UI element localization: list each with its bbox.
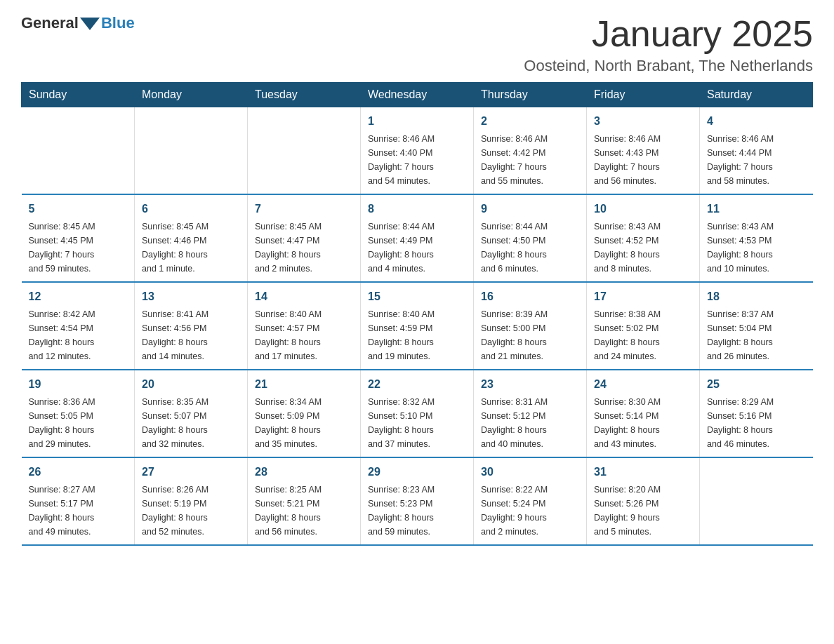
day-number: 11 xyxy=(707,201,806,217)
logo-text: General Blue xyxy=(21,14,135,32)
day-number: 6 xyxy=(142,201,240,217)
calendar-cell: 7Sunrise: 8:45 AM Sunset: 4:47 PM Daylig… xyxy=(248,194,361,282)
day-info: Sunrise: 8:32 AM Sunset: 5:10 PM Dayligh… xyxy=(368,395,466,451)
calendar-cell: 22Sunrise: 8:32 AM Sunset: 5:10 PM Dayli… xyxy=(361,370,474,457)
day-info: Sunrise: 8:46 AM Sunset: 4:42 PM Dayligh… xyxy=(481,132,579,188)
month-title: January 2025 xyxy=(524,14,813,54)
svg-marker-0 xyxy=(80,18,100,30)
day-info: Sunrise: 8:36 AM Sunset: 5:05 PM Dayligh… xyxy=(29,395,128,451)
calendar-cell xyxy=(700,457,813,545)
calendar-cell: 9Sunrise: 8:44 AM Sunset: 4:50 PM Daylig… xyxy=(474,194,587,282)
calendar-cell: 4Sunrise: 8:46 AM Sunset: 4:44 PM Daylig… xyxy=(700,107,813,195)
day-info: Sunrise: 8:20 AM Sunset: 5:26 PM Dayligh… xyxy=(594,483,692,539)
day-info: Sunrise: 8:45 AM Sunset: 4:46 PM Dayligh… xyxy=(142,220,240,276)
calendar-cell: 21Sunrise: 8:34 AM Sunset: 5:09 PM Dayli… xyxy=(248,370,361,457)
day-info: Sunrise: 8:44 AM Sunset: 4:50 PM Dayligh… xyxy=(481,220,579,276)
calendar-week-1: 1Sunrise: 8:46 AM Sunset: 4:40 PM Daylig… xyxy=(22,107,813,195)
calendar-cell: 26Sunrise: 8:27 AM Sunset: 5:17 PM Dayli… xyxy=(22,457,135,545)
day-number: 21 xyxy=(255,376,353,393)
day-info: Sunrise: 8:43 AM Sunset: 4:52 PM Dayligh… xyxy=(594,220,692,276)
day-info: Sunrise: 8:29 AM Sunset: 5:16 PM Dayligh… xyxy=(707,395,806,451)
logo-general: General xyxy=(21,14,79,32)
col-thursday: Thursday xyxy=(474,83,587,107)
calendar-cell: 27Sunrise: 8:26 AM Sunset: 5:19 PM Dayli… xyxy=(135,457,248,545)
day-info: Sunrise: 8:40 AM Sunset: 4:59 PM Dayligh… xyxy=(368,307,466,363)
day-info: Sunrise: 8:46 AM Sunset: 4:44 PM Dayligh… xyxy=(707,132,806,188)
day-info: Sunrise: 8:45 AM Sunset: 4:47 PM Dayligh… xyxy=(255,220,353,276)
logo: General Blue xyxy=(21,14,135,32)
location-subtitle: Oosteind, North Brabant, The Netherlands xyxy=(524,57,813,75)
day-number: 27 xyxy=(142,464,240,481)
calendar-cell xyxy=(248,107,361,195)
calendar-cell: 30Sunrise: 8:22 AM Sunset: 5:24 PM Dayli… xyxy=(474,457,587,545)
day-number: 18 xyxy=(707,288,806,305)
calendar-cell: 3Sunrise: 8:46 AM Sunset: 4:43 PM Daylig… xyxy=(587,107,700,195)
col-tuesday: Tuesday xyxy=(248,83,361,107)
day-number: 16 xyxy=(481,288,579,305)
calendar-table: Sunday Monday Tuesday Wednesday Thursday… xyxy=(21,82,813,546)
day-number: 1 xyxy=(368,113,466,130)
day-number: 28 xyxy=(255,464,353,481)
day-number: 30 xyxy=(481,464,579,481)
logo-blue: Blue xyxy=(101,14,135,32)
calendar-cell: 16Sunrise: 8:39 AM Sunset: 5:00 PM Dayli… xyxy=(474,282,587,370)
col-sunday: Sunday xyxy=(22,83,135,107)
day-number: 29 xyxy=(368,464,466,481)
calendar-week-4: 19Sunrise: 8:36 AM Sunset: 5:05 PM Dayli… xyxy=(22,370,813,457)
calendar-cell: 6Sunrise: 8:45 AM Sunset: 4:46 PM Daylig… xyxy=(135,194,248,282)
day-info: Sunrise: 8:25 AM Sunset: 5:21 PM Dayligh… xyxy=(255,483,353,539)
day-info: Sunrise: 8:41 AM Sunset: 4:56 PM Dayligh… xyxy=(142,307,240,363)
day-number: 7 xyxy=(255,201,353,217)
day-number: 26 xyxy=(29,464,128,481)
day-info: Sunrise: 8:46 AM Sunset: 4:43 PM Dayligh… xyxy=(594,132,692,188)
day-number: 13 xyxy=(142,288,240,305)
calendar-cell: 20Sunrise: 8:35 AM Sunset: 5:07 PM Dayli… xyxy=(135,370,248,457)
calendar-cell: 25Sunrise: 8:29 AM Sunset: 5:16 PM Dayli… xyxy=(700,370,813,457)
calendar-cell: 13Sunrise: 8:41 AM Sunset: 4:56 PM Dayli… xyxy=(135,282,248,370)
day-number: 12 xyxy=(29,288,128,305)
calendar-cell: 29Sunrise: 8:23 AM Sunset: 5:23 PM Dayli… xyxy=(361,457,474,545)
calendar-cell: 18Sunrise: 8:37 AM Sunset: 5:04 PM Dayli… xyxy=(700,282,813,370)
day-number: 9 xyxy=(481,201,579,217)
calendar-cell: 28Sunrise: 8:25 AM Sunset: 5:21 PM Dayli… xyxy=(248,457,361,545)
calendar-cell: 23Sunrise: 8:31 AM Sunset: 5:12 PM Dayli… xyxy=(474,370,587,457)
calendar-cell: 5Sunrise: 8:45 AM Sunset: 4:45 PM Daylig… xyxy=(22,194,135,282)
day-info: Sunrise: 8:45 AM Sunset: 4:45 PM Dayligh… xyxy=(29,220,128,276)
day-info: Sunrise: 8:27 AM Sunset: 5:17 PM Dayligh… xyxy=(29,483,128,539)
day-number: 19 xyxy=(29,376,128,393)
day-info: Sunrise: 8:22 AM Sunset: 5:24 PM Dayligh… xyxy=(481,483,579,539)
calendar-week-2: 5Sunrise: 8:45 AM Sunset: 4:45 PM Daylig… xyxy=(22,194,813,282)
col-friday: Friday xyxy=(587,83,700,107)
day-info: Sunrise: 8:34 AM Sunset: 5:09 PM Dayligh… xyxy=(255,395,353,451)
day-number: 25 xyxy=(707,376,806,393)
calendar-week-5: 26Sunrise: 8:27 AM Sunset: 5:17 PM Dayli… xyxy=(22,457,813,545)
calendar-cell: 15Sunrise: 8:40 AM Sunset: 4:59 PM Dayli… xyxy=(361,282,474,370)
page-header: General Blue January 2025 Oosteind, Nort… xyxy=(21,14,813,75)
calendar-header-row: Sunday Monday Tuesday Wednesday Thursday… xyxy=(22,83,813,107)
calendar-cell: 11Sunrise: 8:43 AM Sunset: 4:53 PM Dayli… xyxy=(700,194,813,282)
calendar-cell xyxy=(135,107,248,195)
day-number: 22 xyxy=(368,376,466,393)
day-number: 2 xyxy=(481,113,579,130)
calendar-cell: 31Sunrise: 8:20 AM Sunset: 5:26 PM Dayli… xyxy=(587,457,700,545)
calendar-cell: 2Sunrise: 8:46 AM Sunset: 4:42 PM Daylig… xyxy=(474,107,587,195)
title-section: January 2025 Oosteind, North Brabant, Th… xyxy=(524,14,813,75)
day-info: Sunrise: 8:40 AM Sunset: 4:57 PM Dayligh… xyxy=(255,307,353,363)
calendar-cell: 17Sunrise: 8:38 AM Sunset: 5:02 PM Dayli… xyxy=(587,282,700,370)
day-number: 5 xyxy=(29,201,128,217)
logo-arrow-icon xyxy=(80,15,100,32)
day-number: 10 xyxy=(594,201,692,217)
calendar-cell: 12Sunrise: 8:42 AM Sunset: 4:54 PM Dayli… xyxy=(22,282,135,370)
day-info: Sunrise: 8:35 AM Sunset: 5:07 PM Dayligh… xyxy=(142,395,240,451)
calendar-week-3: 12Sunrise: 8:42 AM Sunset: 4:54 PM Dayli… xyxy=(22,282,813,370)
day-info: Sunrise: 8:31 AM Sunset: 5:12 PM Dayligh… xyxy=(481,395,579,451)
day-number: 24 xyxy=(594,376,692,393)
calendar-cell: 10Sunrise: 8:43 AM Sunset: 4:52 PM Dayli… xyxy=(587,194,700,282)
calendar-cell: 24Sunrise: 8:30 AM Sunset: 5:14 PM Dayli… xyxy=(587,370,700,457)
calendar-cell: 14Sunrise: 8:40 AM Sunset: 4:57 PM Dayli… xyxy=(248,282,361,370)
calendar-cell: 8Sunrise: 8:44 AM Sunset: 4:49 PM Daylig… xyxy=(361,194,474,282)
day-info: Sunrise: 8:30 AM Sunset: 5:14 PM Dayligh… xyxy=(594,395,692,451)
day-number: 17 xyxy=(594,288,692,305)
day-info: Sunrise: 8:37 AM Sunset: 5:04 PM Dayligh… xyxy=(707,307,806,363)
day-info: Sunrise: 8:23 AM Sunset: 5:23 PM Dayligh… xyxy=(368,483,466,539)
